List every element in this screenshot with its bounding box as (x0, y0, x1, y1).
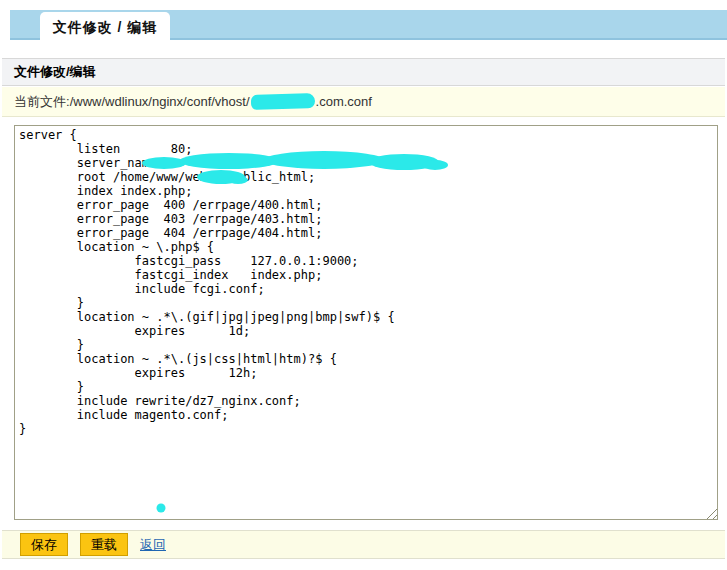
reload-button[interactable]: 重载 (80, 533, 128, 557)
tab-label: 文件修改 / 编辑 (53, 19, 158, 37)
section-title: 文件修改/编辑 (14, 63, 96, 81)
tab-file-edit[interactable]: 文件修改 / 编辑 (40, 12, 170, 44)
top-tab-bar: 文件修改 / 编辑 (10, 10, 727, 40)
config-textarea[interactable] (14, 125, 718, 520)
file-edit-page: 文件修改 / 编辑 文件修改/编辑 当前文件:/www/wdlinux/ngin… (0, 0, 727, 570)
current-file-label: 当前文件: (14, 93, 70, 111)
redaction-marker-file-path (250, 93, 314, 110)
current-file-path-suffix: .com.conf (316, 94, 372, 109)
action-bar: 保存 重载 返回 (2, 530, 725, 559)
current-file-path-prefix: /www/wdlinux/nginx/conf/vhost/ (70, 94, 250, 109)
back-link[interactable]: 返回 (140, 536, 166, 554)
section-header: 文件修改/编辑 (2, 58, 725, 86)
save-button[interactable]: 保存 (20, 533, 68, 557)
current-file-bar: 当前文件:/www/wdlinux/nginx/conf/vhost/.com.… (2, 87, 725, 117)
config-editor (14, 125, 718, 520)
